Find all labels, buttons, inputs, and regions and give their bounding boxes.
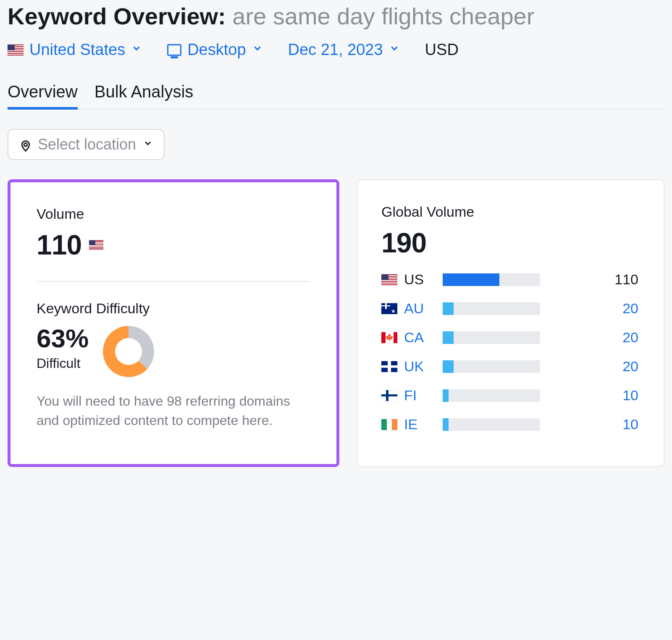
kd-percent: 63% [37,323,89,353]
volume-value: 110 [37,229,81,261]
country-code: US [404,271,433,288]
volume-bar [443,331,540,344]
gv-row-ie[interactable]: IE 10 [381,416,638,433]
tab-overview[interactable]: Overview [8,77,78,110]
kd-level: Difficult [37,356,89,371]
kd-donut-chart [103,326,154,377]
location-placeholder: Select location [38,136,136,153]
chevron-down-icon [131,43,142,57]
volume-value: 10 [622,387,638,404]
chevron-down-icon [143,138,153,151]
tab-bulk-analysis[interactable]: Bulk Analysis [94,77,194,109]
us-flag-icon [89,240,103,249]
volume-value: 110 [614,271,638,288]
device-filter[interactable]: Desktop [167,41,262,59]
volume-value: 20 [622,329,638,346]
global-volume-label: Global Volume [381,204,638,220]
chevron-down-icon [389,43,400,57]
ie-flag-icon [381,419,397,430]
country-code: CA [404,329,433,346]
device-filter-label: Desktop [187,41,246,59]
country-code: IE [404,416,433,433]
global-volume-card: Global Volume 190 US 110 AU 20 CA 20 [357,179,664,467]
global-volume-total: 190 [381,227,638,259]
filters-row: United States Desktop Dec 21, 2023 USD [8,41,664,77]
gv-row-us[interactable]: US 110 [381,271,638,288]
desktop-icon [167,44,181,56]
volume-bar [443,418,540,431]
uk-flag-icon [381,361,397,372]
gv-row-fi[interactable]: FI 10 [381,387,638,404]
country-code: AU [404,300,433,317]
country-filter-label: United States [29,41,125,59]
date-filter-label: Dec 21, 2023 [288,41,383,59]
volume-bar [443,273,540,286]
country-code: FI [404,387,433,404]
kd-description: You will need to have 98 referring domai… [37,391,305,430]
svg-point-0 [24,143,27,147]
keyword-text: are same day flights cheaper [232,3,534,29]
location-select[interactable]: Select location [8,129,165,160]
global-volume-list: US 110 AU 20 CA 20 UK 20 [381,271,638,433]
kd-label: Keyword Difficulty [37,300,310,317]
tabs: Overview Bulk Analysis [8,77,664,110]
volume-value: 20 [622,300,638,317]
volume-bar [443,360,540,373]
volume-value: 10 [622,416,638,433]
title-prefix: Keyword Overview: [8,3,226,29]
date-filter[interactable]: Dec 21, 2023 [288,41,400,59]
fi-flag-icon [381,390,397,401]
us-flag-icon [381,274,397,285]
cards-row: Volume 110 Keyword Difficulty 63% Diffic… [8,179,664,467]
country-code: UK [404,358,433,375]
volume-bar [443,302,540,315]
gv-row-au[interactable]: AU 20 [381,300,638,317]
map-pin-icon [19,139,31,150]
gv-row-ca[interactable]: CA 20 [381,329,638,346]
ca-flag-icon [381,332,397,343]
volume-label: Volume [37,206,310,222]
currency-label: USD [425,41,459,59]
volume-value: 20 [622,358,638,375]
divider [37,281,310,282]
us-flag-icon [8,45,24,55]
au-flag-icon [381,303,397,314]
page-title: Keyword Overview: are same day flights c… [8,0,664,41]
gv-row-uk[interactable]: UK 20 [381,358,638,375]
chevron-down-icon [252,43,263,57]
volume-card: Volume 110 Keyword Difficulty 63% Diffic… [8,179,339,467]
country-filter[interactable]: United States [8,41,142,59]
volume-bar [443,389,540,402]
